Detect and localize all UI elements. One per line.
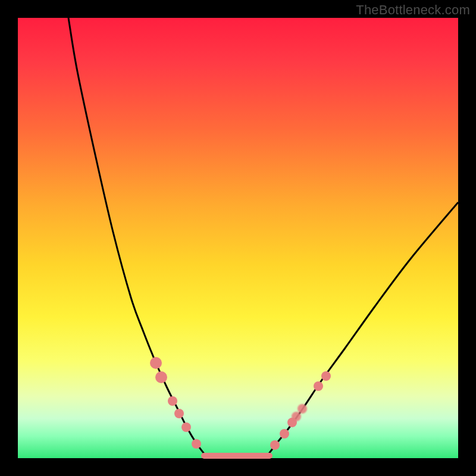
data-marker bbox=[168, 396, 177, 406]
data-marker bbox=[192, 439, 201, 449]
data-marker bbox=[155, 371, 167, 383]
left-branch-curve bbox=[68, 18, 205, 455]
data-marker bbox=[298, 404, 307, 414]
page-watermark: TheBottleneck.com bbox=[356, 2, 470, 18]
data-marker bbox=[174, 409, 184, 418]
minimum-band bbox=[201, 453, 273, 459]
data-marker bbox=[321, 371, 331, 381]
data-marker bbox=[292, 412, 301, 421]
data-marker bbox=[150, 357, 162, 369]
chart-plot-area bbox=[18, 18, 458, 458]
curve-layer bbox=[18, 18, 458, 458]
data-marker bbox=[280, 429, 289, 439]
data-marker bbox=[270, 440, 280, 450]
data-marker bbox=[314, 381, 323, 391]
data-marker bbox=[181, 422, 191, 432]
outer-black-frame: TheBottleneck.com bbox=[0, 0, 476, 476]
